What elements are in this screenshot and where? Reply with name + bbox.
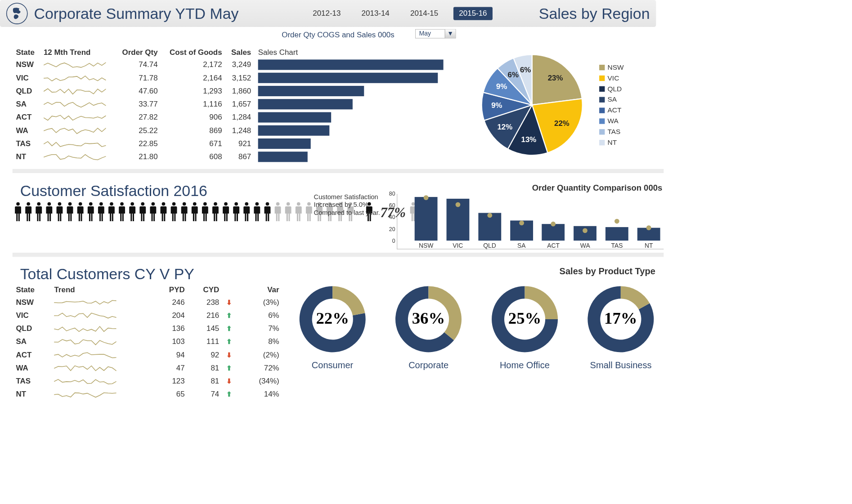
order-table: State12 Mth TrendOrder QtyCost of GoodsS…: [13, 46, 463, 163]
table-row: ACT9492⬇(2%): [13, 348, 283, 361]
legend-item: TAS: [599, 126, 623, 137]
person-icon: [295, 201, 303, 222]
svg-text:6%: 6%: [508, 71, 519, 79]
bar-column: QLD: [476, 213, 503, 241]
bar-column: TAS: [604, 227, 631, 241]
order-qty-title: Order Quantity Comparison 000s: [397, 180, 664, 194]
person-icon: [284, 201, 292, 222]
svg-text:12%: 12%: [498, 123, 513, 131]
person-icon: [242, 201, 251, 222]
people-icons: [13, 201, 355, 222]
person-icon: [253, 201, 261, 222]
bar-column: ACT: [540, 224, 567, 241]
person-icon: [222, 201, 230, 222]
svg-text:6%: 6%: [520, 66, 531, 74]
person-icon: [14, 201, 22, 222]
legend-item: NSW: [599, 62, 623, 73]
person-icon: [55, 201, 63, 222]
order-qty-chart: 020406080NSWVICQLDSAACTWATASNT: [397, 194, 664, 249]
person-icon: [149, 201, 157, 222]
month-dropdown[interactable]: May ▼: [415, 29, 456, 39]
legend-item: WA: [599, 116, 623, 126]
table-row: WA25.228691,248: [13, 124, 463, 137]
person-icon: [118, 201, 126, 222]
table-row: VIC204216⬆6%: [13, 309, 283, 322]
donuts-row: 22% Consumer 36% Corporate 25% Home O: [290, 277, 664, 370]
person-icon: [263, 201, 271, 222]
legend-item: NT: [599, 137, 623, 148]
bar-column: SA: [508, 221, 535, 241]
customers-table: StateTrendPYDCYDVar NSW246238⬇(3%)VIC204…: [13, 284, 283, 401]
legend-item: VIC: [599, 73, 623, 84]
svg-text:22%: 22%: [316, 309, 349, 327]
bar-column: WA: [572, 226, 599, 241]
table-row: VIC71.782,1643,152: [13, 71, 463, 85]
svg-text:36%: 36%: [412, 309, 445, 327]
table-row: NSW74.742,1723,249: [13, 58, 463, 71]
svg-text:9%: 9%: [496, 82, 507, 91]
person-icon: [45, 201, 53, 222]
table-row: TAS12381⬇(34%): [13, 375, 283, 388]
person-icon: [180, 201, 188, 222]
person-icon: [66, 201, 74, 222]
person-icon: [76, 201, 84, 222]
person-icon: [232, 201, 240, 222]
svg-text:25%: 25%: [508, 309, 541, 327]
person-icon: [201, 201, 209, 222]
legend-item: QLD: [599, 84, 623, 94]
table-row: SA33.771,1161,657: [13, 98, 463, 111]
year-tab[interactable]: 2014-15: [405, 7, 444, 20]
year-tab[interactable]: 2015-16: [453, 7, 493, 20]
person-icon: [108, 201, 116, 222]
svg-text:23%: 23%: [548, 74, 563, 82]
person-icon: [159, 201, 167, 222]
person-icon: [97, 201, 105, 222]
region-title: Sales by Region: [539, 5, 650, 22]
table-row: NSW246238⬇(3%): [13, 296, 283, 309]
donut-consumer: 22% Consumer: [292, 283, 372, 370]
page-title: Corporate Summary YTD May: [34, 5, 238, 22]
header-band: Corporate Summary YTD May 2012-132013-14…: [0, 0, 656, 27]
table-row: QLD136145⬆7%: [13, 322, 283, 335]
person-icon: [139, 201, 147, 222]
person-icon: [305, 201, 313, 222]
donuts-title: Sales by Product Type: [290, 264, 664, 277]
donut-home-office: 25% Home Office: [485, 283, 565, 370]
svg-text:9%: 9%: [491, 101, 502, 110]
person-icon: [170, 201, 178, 222]
table-row: NT6574⬆14%: [13, 388, 283, 401]
table-row: SA103111⬆8%: [13, 335, 283, 348]
svg-text:13%: 13%: [521, 135, 537, 144]
person-icon: [24, 201, 32, 222]
month-value: May: [416, 30, 445, 38]
legend-item: SA: [599, 94, 623, 105]
pie-legend: NSWVICQLDSAACTWATASNT: [599, 62, 623, 148]
globe-icon: [6, 3, 28, 24]
bar-column: NT: [635, 227, 662, 241]
table-row: QLD47.601,2931,860: [13, 85, 463, 98]
person-icon: [211, 201, 220, 222]
customers-title: Total Customers CY V PY: [13, 264, 283, 284]
svg-text:17%: 17%: [604, 309, 637, 327]
person-icon: [35, 201, 43, 222]
table-row: WA4781⬆72%: [13, 361, 283, 375]
table-row: ACT27.829061,284: [13, 111, 463, 124]
svg-text:22%: 22%: [554, 119, 569, 128]
person-icon: [128, 201, 136, 222]
year-tab[interactable]: 2013-14: [356, 7, 395, 20]
legend-item: ACT: [599, 105, 623, 116]
table-row: NT21.80608867: [13, 150, 463, 163]
year-tab[interactable]: 2012-13: [307, 7, 346, 20]
donut-corporate: 36% Corporate: [389, 283, 468, 370]
bar-column: NSW: [413, 197, 439, 241]
year-tabs: 2012-132013-142014-152015-16: [307, 7, 493, 20]
bar-column: VIC: [444, 199, 471, 241]
table1-title: Order Qty COGS and Sales 000s May ▼: [13, 29, 664, 40]
pie-chart: 23%22%13%12%9%9%6%6% NSWVICQLDSAACTWATAS…: [470, 46, 664, 163]
person-icon: [274, 201, 282, 222]
chevron-down-icon: ▼: [445, 29, 456, 38]
person-icon: [87, 201, 95, 222]
person-icon: [191, 201, 199, 222]
table-row: TAS22.85671921: [13, 137, 463, 150]
donut-small-business: 17% Small Business: [581, 283, 660, 370]
